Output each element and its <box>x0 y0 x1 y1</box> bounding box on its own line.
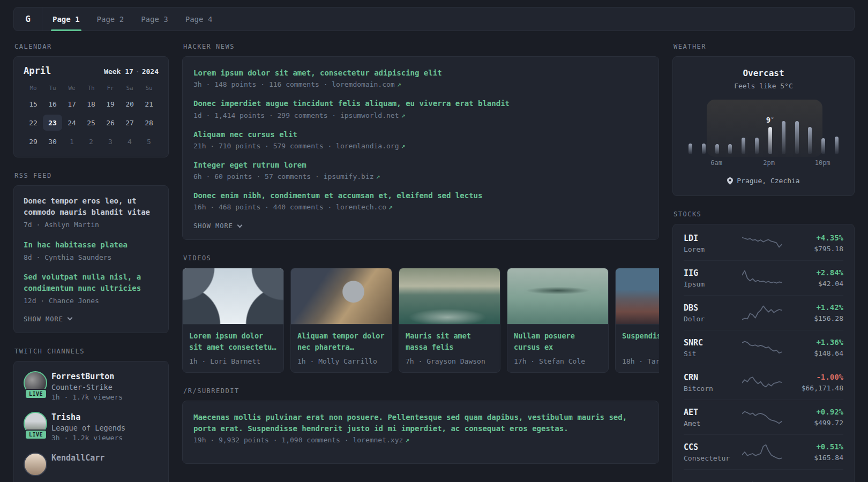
calendar-card: April Week 17·2024 MoTuWeThFrSaSu1516171… <box>13 56 169 157</box>
stock-row[interactable]: IIGIpsum +2.84%$42.04 <box>684 260 843 295</box>
external-link-icon[interactable]: ↗ <box>397 80 401 88</box>
twitch-channel-row[interactable]: LIVE Trisha League of Legends 3h · 1.2k … <box>24 412 159 442</box>
stock-change: +1.36% <box>785 338 843 347</box>
calendar-day-header: Su <box>139 84 159 93</box>
hackernews-item: Donec enim nibh, condimentum et accumsan… <box>193 190 648 211</box>
twitch-avatar-wrap: LIVE <box>24 371 51 401</box>
hackernews-widget: HACKER NEWS Lorem ipsum dolor sit amet, … <box>182 43 659 240</box>
tab-page-3[interactable]: Page 3 <box>135 7 174 31</box>
tab-label: Page 2 <box>97 15 124 24</box>
external-link-icon[interactable]: ↗ <box>401 142 406 150</box>
video-title-link[interactable]: Mauris sit amet massa felis <box>406 330 493 353</box>
video-thumbnail[interactable] <box>616 268 659 325</box>
calendar-day: 3 <box>101 133 120 149</box>
twitch-channel-row[interactable]: LIVE ForrestBurton Counter-Strike 1h · 1… <box>24 371 159 401</box>
video-title-link[interactable]: Nullam posuere cursus ex <box>514 330 602 353</box>
stock-row[interactable]: SNRCSit +1.36%$148.64 <box>684 330 843 365</box>
weather-bar <box>737 102 750 154</box>
hackernews-item-link[interactable]: Aliquam nec cursus elit <box>193 129 648 140</box>
hackernews-item-link[interactable]: Lorem ipsum dolor sit amet, consectetur … <box>193 67 648 78</box>
hackernews-item-link[interactable]: Donec imperdiet augue tincidunt felis al… <box>193 98 648 109</box>
tab-page-1[interactable]: Page 1 <box>47 7 86 31</box>
hackernews-item-meta: 6h · 60 points · 57 comments · ipsumify.… <box>193 172 648 180</box>
stock-price: $148.64 <box>785 349 843 357</box>
tab-page-4[interactable]: Page 4 <box>179 7 219 31</box>
rss-item-meta: 12d · Chance Jones <box>24 296 159 306</box>
stock-name: Dolor <box>684 315 738 323</box>
video-thumbnail[interactable] <box>507 268 608 325</box>
external-link-icon[interactable]: ↗ <box>401 111 406 119</box>
calendar-day-header: Sa <box>120 84 139 93</box>
stock-name: Sit <box>684 350 738 358</box>
stock-name: Consectetur <box>684 454 738 462</box>
live-badge: LIVE <box>25 430 47 440</box>
rss-item-link[interactable]: Donec tempor eros leo, ut commodo mauris… <box>24 195 159 218</box>
calendar-day: 16 <box>43 96 62 112</box>
external-link-icon[interactable]: ↗ <box>376 172 380 180</box>
stock-row[interactable]: CCSConsectetur +0.51%$165.84 <box>684 434 843 469</box>
calendar-widget-title: CALENDAR <box>14 43 169 50</box>
weather-feels-like: Feels like 5°C <box>684 82 843 90</box>
hackernews-item-meta: 16h · 468 points · 440 comments · loremt… <box>193 203 648 211</box>
tab-page-2[interactable]: Page 2 <box>91 7 130 31</box>
video-title-link[interactable]: Suspendisse diam <box>622 330 659 353</box>
calendar-day: 23 <box>43 115 62 131</box>
video-meta: 1h · Molly Carrillo <box>297 357 385 365</box>
rss-show-more-button[interactable]: SHOW MORE <box>24 315 159 323</box>
video-title-link[interactable]: Lorem ipsum dolor sit amet consectetu… <box>189 330 277 353</box>
hackernews-item: Aliquam nec cursus elit 21h · 710 points… <box>193 129 648 150</box>
stock-row[interactable]: AHS +0.46% <box>684 469 843 482</box>
external-link-icon[interactable]: ↗ <box>388 203 393 211</box>
video-meta: 17h · Stefan Cole <box>514 357 602 365</box>
twitch-avatar-wrap: LIVE <box>24 412 51 442</box>
calendar-day-header: Mo <box>24 84 43 93</box>
twitch-channel-name: ForrestBurton <box>51 372 123 381</box>
video-thumbnail[interactable] <box>399 268 500 325</box>
stocks-widget: STOCKS LDILorem +4.35%$795.18 IIGIpsum +… <box>672 210 855 482</box>
video-card[interactable]: Mauris sit amet massa felis 7h · Grayson… <box>399 268 500 373</box>
stock-change: +2.84% <box>785 268 843 277</box>
video-card[interactable]: Nullam posuere cursus ex 17h · Stefan Co… <box>507 268 609 373</box>
video-card[interactable]: Suspendisse diam 18h · Tara <box>615 268 659 373</box>
stock-row[interactable]: AETAmet +0.92%$499.72 <box>684 400 843 434</box>
twitch-channel-row[interactable]: KendallCarr <box>24 453 159 476</box>
rss-item: In hac habitasse platea 8d · Cynthia Sau… <box>24 239 159 263</box>
stock-row[interactable]: LDILorem +4.35%$795.18 <box>684 226 843 260</box>
stock-change: -1.00% <box>785 373 843 381</box>
video-card[interactable]: Lorem ipsum dolor sit amet consectetu… 1… <box>182 268 284 373</box>
video-card-body: Nullam posuere cursus ex 17h · Stefan Co… <box>507 325 608 372</box>
hackernews-item: Integer eget rutrum lorem 6h · 60 points… <box>193 160 648 180</box>
external-link-icon[interactable]: ↗ <box>405 436 409 444</box>
stock-price: $156.28 <box>785 314 843 322</box>
rss-item-link[interactable]: Sed volutpat nulla nisl, a condimentum n… <box>24 272 159 294</box>
stock-price: $42.04 <box>785 280 843 288</box>
tab-label: Page 3 <box>141 15 168 24</box>
stock-row[interactable]: CRNBitcorn -1.00%$66,171.48 <box>684 365 843 400</box>
calendar-grid: MoTuWeThFrSaSu15161718192021222324252627… <box>24 84 159 149</box>
video-thumbnail[interactable] <box>291 268 392 325</box>
weather-hour-label: 6am <box>710 159 723 167</box>
video-card-body: Mauris sit amet massa felis 7h · Grayson… <box>399 325 500 372</box>
calendar-day: 2 <box>81 133 101 149</box>
hackernews-item-link[interactable]: Integer eget rutrum lorem <box>193 160 648 170</box>
rss-widget: RSS FEED Donec tempor eros leo, ut commo… <box>13 172 169 333</box>
subreddit-post: Maecenas mollis pulvinar erat non posuer… <box>193 412 648 444</box>
video-thumbnail[interactable] <box>183 268 283 325</box>
rss-item-link[interactable]: In hac habitasse platea <box>24 239 159 251</box>
app-logo[interactable]: G <box>14 7 42 31</box>
weather-temp-label: 9° <box>766 116 774 124</box>
subreddit-post-link[interactable]: Maecenas mollis pulvinar erat non posuer… <box>193 412 648 434</box>
hackernews-show-more-button[interactable]: SHOW MORE <box>193 222 648 230</box>
video-title-link[interactable]: Aliquam tempor dolor nec pharetra… <box>297 330 385 353</box>
stock-sparkline <box>738 372 785 393</box>
rss-card: Donec tempor eros leo, ut commodo mauris… <box>13 185 169 333</box>
stock-price: $165.84 <box>785 454 843 462</box>
show-more-label: SHOW MORE <box>193 222 233 230</box>
stock-row[interactable]: DBSDolor +1.42%$156.28 <box>684 295 843 330</box>
stock-sparkline <box>738 232 785 254</box>
video-card-body: Suspendisse diam 18h · Tara <box>616 325 659 372</box>
stock-name: Lorem <box>684 245 738 253</box>
hackernews-item-link[interactable]: Donec enim nibh, condimentum et accumsan… <box>193 190 648 201</box>
video-meta: 7h · Grayson Dawson <box>406 357 493 365</box>
video-card[interactable]: Aliquam tempor dolor nec pharetra… 1h · … <box>290 268 392 373</box>
